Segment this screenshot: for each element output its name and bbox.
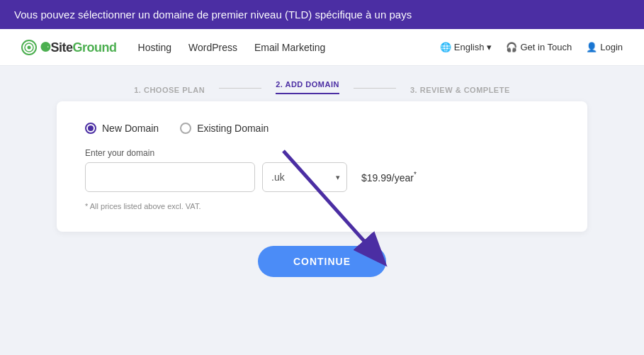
nav-links: Hosting WordPress Email Marketing xyxy=(138,41,440,54)
step-choose-plan: 1. CHOOSE PLAN xyxy=(120,86,219,94)
logo[interactable]: ⚈SiteGround xyxy=(21,40,117,55)
domain-text-input[interactable] xyxy=(85,162,255,192)
step-active-underline xyxy=(276,93,339,94)
chevron-down-icon: ▾ xyxy=(487,42,492,52)
domain-card: New Domain Existing Domain Enter your do… xyxy=(57,101,587,232)
globe-icon: 🌐 xyxy=(440,42,451,52)
step-divider-1 xyxy=(219,88,261,89)
login-link[interactable]: 👤 Login xyxy=(586,42,623,52)
nav-hosting[interactable]: Hosting xyxy=(138,41,171,54)
step-add-domain: 2. ADD DOMAIN xyxy=(261,80,354,94)
step-review-complete: 3. REVIEW & COMPLETE xyxy=(396,86,524,94)
logo-text: ⚈SiteGround xyxy=(40,40,117,55)
new-domain-radio[interactable] xyxy=(85,123,96,134)
user-icon: 👤 xyxy=(586,42,597,52)
steps-row: 1. CHOOSE PLAN 2. ADD DOMAIN 3. REVIEW &… xyxy=(0,80,644,94)
arrow-indicator xyxy=(262,144,404,274)
svg-point-1 xyxy=(28,45,31,49)
banner-text: Vous pouvez sélectionner un domaine de p… xyxy=(14,9,412,21)
banner: Vous pouvez sélectionner un domaine de p… xyxy=(0,0,644,29)
language-selector[interactable]: 🌐 English ▾ xyxy=(440,42,492,52)
nav-email-marketing[interactable]: Email Marketing xyxy=(254,41,325,54)
existing-domain-option[interactable]: Existing Domain xyxy=(180,123,269,134)
get-in-touch-link[interactable]: 🎧 Get in Touch xyxy=(506,42,572,52)
main-content: 1. CHOOSE PLAN 2. ADD DOMAIN 3. REVIEW &… xyxy=(0,66,644,277)
logo-icon xyxy=(21,40,37,55)
nav-wordpress[interactable]: WordPress xyxy=(188,41,237,54)
headset-icon: 🎧 xyxy=(506,42,517,52)
navbar: ⚈SiteGround Hosting WordPress Email Mark… xyxy=(0,29,644,66)
new-domain-option[interactable]: New Domain xyxy=(85,123,159,134)
domain-options: New Domain Existing Domain xyxy=(85,123,559,134)
existing-domain-radio[interactable] xyxy=(180,123,191,134)
nav-right: 🌐 English ▾ 🎧 Get in Touch 👤 Login xyxy=(440,42,623,52)
step-divider-2 xyxy=(354,88,396,89)
svg-line-3 xyxy=(283,151,375,254)
